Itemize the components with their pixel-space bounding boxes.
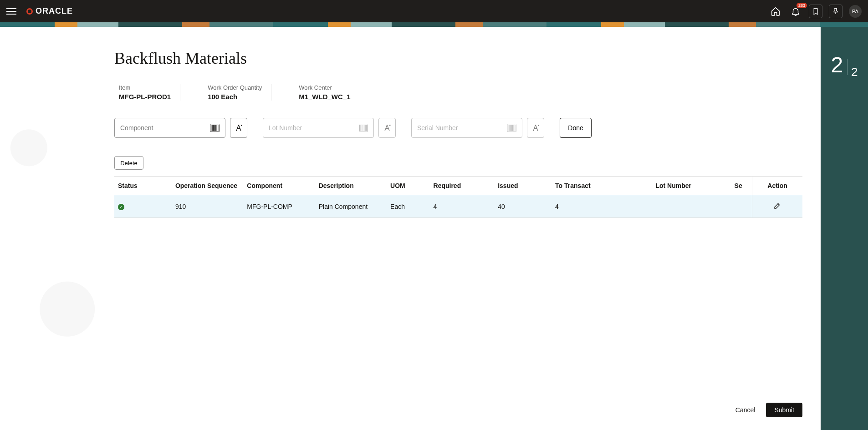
info-label-qty: Work Order Quantity [208, 84, 262, 91]
col-status[interactable]: Status [114, 177, 172, 195]
step-current: 2 [831, 53, 843, 77]
avatar-initials: PA [852, 9, 858, 14]
bookmark-icon[interactable] [809, 5, 822, 18]
cell-action [752, 195, 802, 218]
cell-description: Plain Component [315, 195, 387, 218]
cancel-button[interactable]: Cancel [735, 406, 756, 414]
user-avatar[interactable]: PA [849, 5, 862, 18]
col-uom[interactable]: UOM [387, 177, 429, 195]
col-issued[interactable]: Issued [494, 177, 551, 195]
page-title: Backflush Materials [114, 49, 802, 68]
info-value-qty: 100 Each [208, 93, 262, 101]
col-serial[interactable]: Se [731, 177, 752, 195]
info-value-wc: M1_WLD_WC_1 [299, 93, 350, 101]
table-header-row: Status Operation Sequence Component Desc… [114, 177, 802, 195]
done-button[interactable]: Done [560, 118, 592, 138]
step-total: 2 [851, 65, 858, 79]
materials-table: Status Operation Sequence Component Desc… [114, 176, 802, 218]
banner-decoration [0, 22, 868, 27]
barcode-icon[interactable] [507, 124, 516, 132]
global-header: ORACLE 283 PA [0, 0, 868, 22]
cell-to-transact: 4 [551, 195, 652, 218]
cell-lot-number [652, 195, 730, 218]
info-label-item: Item [119, 84, 171, 91]
submit-button[interactable]: Submit [766, 403, 802, 417]
col-action[interactable]: Action [752, 177, 802, 195]
cell-issued: 40 [494, 195, 551, 218]
main-content: Backflush Materials Item MFG-PL-PROD1 Wo… [96, 27, 821, 430]
header-left: ORACLE [6, 6, 73, 17]
info-work-center: Work Center M1_WLD_WC_1 [290, 84, 359, 101]
main-menu-button[interactable] [6, 6, 17, 17]
col-op-seq[interactable]: Operation Sequence [172, 177, 243, 195]
step-separator [847, 59, 848, 75]
col-to-transact[interactable]: To Transact [551, 177, 652, 195]
status-ok-icon [118, 204, 124, 210]
scan-row: Done [114, 118, 802, 138]
work-order-header: Item MFG-PL-PROD1 Work Order Quantity 10… [114, 84, 802, 101]
lot-input[interactable] [269, 124, 342, 132]
barcode-icon[interactable] [210, 124, 220, 132]
component-scan-input[interactable] [114, 118, 225, 138]
col-component[interactable]: Component [243, 177, 315, 195]
cell-uom: Each [387, 195, 429, 218]
notifications-icon[interactable]: 283 [789, 5, 802, 18]
cell-component: MFG-PL-COMP [243, 195, 315, 218]
col-required[interactable]: Required [430, 177, 495, 195]
barcode-icon[interactable] [359, 124, 368, 132]
serial-scan-input[interactable] [411, 118, 522, 138]
lot-scan-input[interactable] [263, 118, 374, 138]
table-row[interactable]: 910 MFG-PL-COMP Plain Component Each 4 4… [114, 195, 802, 218]
home-icon[interactable] [769, 5, 782, 18]
cell-status [114, 195, 172, 218]
left-background [0, 27, 96, 430]
oracle-logo: ORACLE [26, 6, 73, 16]
oracle-o-icon [26, 8, 33, 15]
header-right: 283 PA [769, 5, 862, 18]
pin-icon[interactable] [829, 5, 842, 18]
info-item: Item MFG-PL-PROD1 [114, 84, 180, 101]
page-body: Backflush Materials Item MFG-PL-PROD1 Wo… [0, 27, 868, 430]
serial-input[interactable] [417, 124, 490, 132]
cell-serial [731, 195, 752, 218]
cell-op-seq: 910 [172, 195, 243, 218]
progress-rail: 2 2 [821, 27, 868, 430]
notification-badge: 283 [797, 3, 807, 8]
serial-ocr-button[interactable] [527, 118, 544, 138]
cell-required: 4 [430, 195, 495, 218]
logo-text: ORACLE [36, 6, 73, 16]
page-footer: Cancel Submit [114, 394, 802, 417]
lot-ocr-button[interactable] [378, 118, 396, 138]
col-description[interactable]: Description [315, 177, 387, 195]
col-lot-number[interactable]: Lot Number [652, 177, 730, 195]
component-ocr-button[interactable] [230, 118, 247, 138]
delete-button[interactable]: Delete [114, 156, 143, 170]
info-value-item: MFG-PL-PROD1 [119, 93, 171, 101]
edit-icon[interactable] [773, 204, 781, 211]
info-label-wc: Work Center [299, 84, 350, 91]
info-quantity: Work Order Quantity 100 Each [199, 84, 271, 101]
component-input[interactable] [120, 124, 193, 132]
